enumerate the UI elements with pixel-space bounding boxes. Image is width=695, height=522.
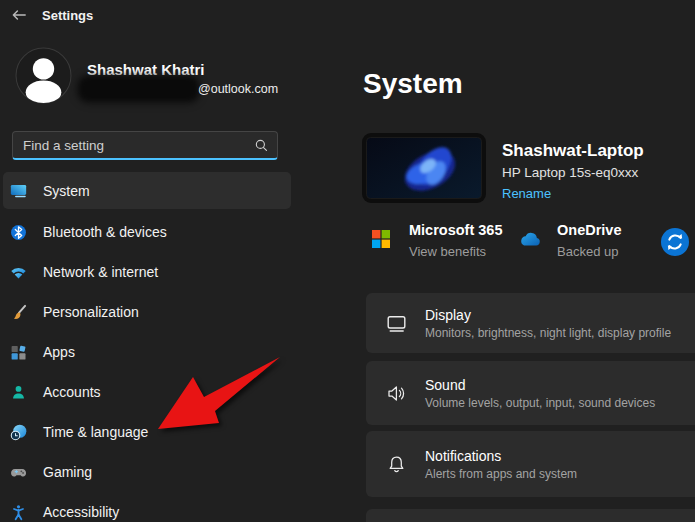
- search-box[interactable]: [12, 131, 278, 160]
- card-subtitle: Alerts from apps and system: [425, 467, 577, 481]
- accessibility-icon: [10, 504, 27, 521]
- microsoft-logo-icon: [372, 230, 390, 248]
- avatar[interactable]: [15, 47, 72, 104]
- accounts-icon: [10, 384, 27, 401]
- card-display[interactable]: DisplayMonitors, brightness, night light…: [366, 293, 695, 353]
- sidebar-item-label: Accessibility: [43, 504, 119, 520]
- sidebar-item-personalization[interactable]: Personalization: [3, 292, 291, 332]
- card-title: Notifications: [425, 448, 577, 464]
- sidebar-item-system[interactable]: System: [3, 172, 291, 209]
- card-sound[interactable]: SoundVolume levels, output, input, sound…: [366, 361, 695, 425]
- search-input[interactable]: [23, 138, 254, 153]
- page-title: System: [363, 68, 463, 100]
- card-title: Sound: [425, 377, 655, 393]
- device-model: HP Laptop 15s-eq0xxx: [502, 165, 638, 180]
- sidebar-item-label: Gaming: [43, 464, 92, 480]
- sidebar-item-bluetooth-and-devices[interactable]: Bluetooth & devices: [3, 212, 291, 252]
- sidebar-item-gaming[interactable]: Gaming: [3, 452, 291, 492]
- sidebar-item-accounts[interactable]: Accounts: [3, 372, 291, 412]
- search-icon: [254, 138, 269, 153]
- sidebar-item-label: Network & internet: [43, 264, 158, 280]
- onedrive-title: OneDrive: [557, 222, 621, 238]
- device-name: Shashwat-Laptop: [502, 141, 644, 161]
- notifications-icon: [386, 454, 407, 475]
- card-subtitle: Volume levels, output, input, sound devi…: [425, 396, 655, 410]
- sidebar-item-time-and-language[interactable]: Time & language: [3, 412, 291, 452]
- profile-email-suffix: @outlook.com: [198, 82, 278, 96]
- onedrive-cloud-icon: [517, 230, 542, 247]
- onedrive-status: Backed up: [557, 244, 618, 259]
- device-thumbnail: [362, 133, 486, 203]
- card-subtitle: Monitors, brightness, night light, displ…: [425, 326, 671, 340]
- personalization-icon: [10, 304, 27, 321]
- network-icon: [10, 264, 27, 281]
- sidebar-item-label: Time & language: [43, 424, 148, 440]
- sidebar-nav: SystemBluetooth & devicesNetwork & inter…: [3, 172, 291, 522]
- rename-link[interactable]: Rename: [502, 186, 551, 201]
- window-title: Settings: [42, 8, 93, 23]
- sound-icon: [386, 383, 407, 404]
- bluetooth-icon: [10, 224, 27, 241]
- sidebar-item-label: Apps: [43, 344, 75, 360]
- sidebar-item-label: System: [43, 183, 90, 199]
- microsoft365-title: Microsoft 365: [409, 222, 502, 238]
- profile-name: Shashwat Khatri: [87, 61, 205, 78]
- sidebar-item-accessibility[interactable]: Accessibility: [3, 492, 291, 522]
- partial-card[interactable]: [366, 509, 695, 522]
- card-title: Display: [425, 307, 671, 323]
- sidebar-item-apps[interactable]: Apps: [3, 332, 291, 372]
- display-icon: [386, 313, 407, 334]
- system-icon: [10, 182, 27, 199]
- sidebar-item-network-and-internet[interactable]: Network & internet: [3, 252, 291, 292]
- apps-icon: [10, 344, 27, 361]
- sync-icon[interactable]: [660, 227, 690, 257]
- redacted-email-blur: [80, 78, 197, 100]
- back-button[interactable]: [10, 6, 28, 24]
- card-notifications[interactable]: NotificationsAlerts from apps and system: [366, 431, 695, 497]
- sidebar-item-label: Accounts: [43, 384, 101, 400]
- settings-window: Settings Shashwat Khatri @outlook.com Sy…: [0, 0, 695, 522]
- sidebar-item-label: Personalization: [43, 304, 139, 320]
- gaming-icon: [10, 464, 27, 481]
- time-language-icon: [10, 424, 27, 441]
- microsoft365-subtitle[interactable]: View benefits: [409, 244, 486, 259]
- sidebar-item-label: Bluetooth & devices: [43, 224, 167, 240]
- back-arrow-icon: [10, 6, 28, 24]
